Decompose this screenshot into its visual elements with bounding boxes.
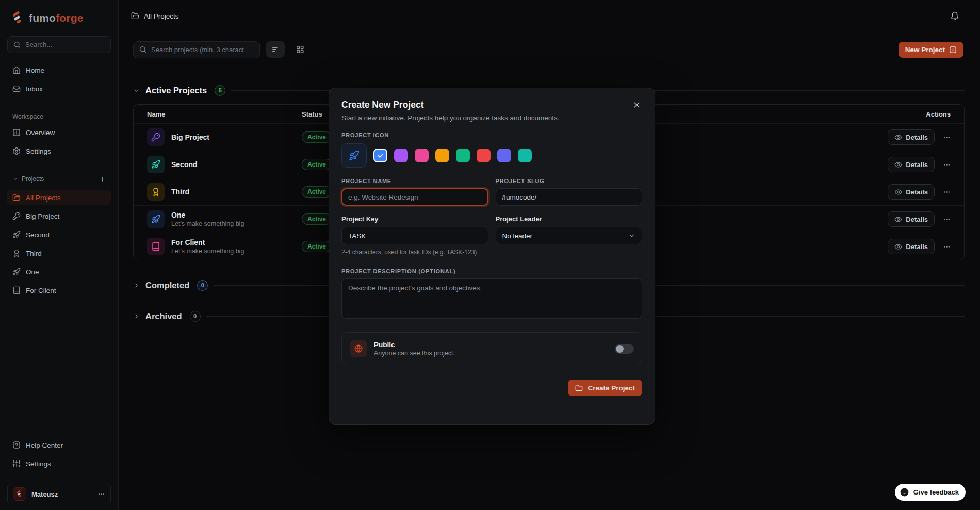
- create-project-button[interactable]: Create Project: [568, 380, 642, 396]
- sidebar-item-label: Second: [26, 231, 50, 239]
- project-name-field[interactable]: [341, 188, 488, 206]
- close-icon: [632, 101, 641, 109]
- details-button[interactable]: Details: [888, 239, 935, 254]
- avatar: [13, 487, 26, 501]
- project-description-input[interactable]: [341, 278, 642, 319]
- list-view-button[interactable]: [266, 41, 285, 58]
- public-title: Public: [374, 341, 455, 349]
- project-icon-box: [147, 156, 165, 173]
- ellipsis-icon: [943, 216, 951, 223]
- public-toggle[interactable]: [615, 344, 634, 354]
- flame-logo-icon: [16, 490, 23, 498]
- new-project-label: New Project: [905, 46, 945, 54]
- project-leader-select[interactable]: No leader: [496, 227, 643, 244]
- help-icon: [12, 441, 21, 449]
- details-button[interactable]: Details: [888, 211, 935, 227]
- details-button[interactable]: Details: [888, 184, 935, 200]
- details-button[interactable]: Details: [888, 129, 935, 145]
- details-button[interactable]: Details: [888, 157, 935, 172]
- row-menu-button[interactable]: [943, 188, 951, 196]
- breadcrumb[interactable]: All Projects: [131, 12, 179, 20]
- row-menu-button[interactable]: [943, 134, 951, 141]
- column-header-actions: Actions: [837, 110, 951, 118]
- project-subtitle: Let's make something big: [171, 248, 244, 255]
- user-menu[interactable]: Mateusz: [7, 483, 111, 505]
- bell-icon: [950, 11, 959, 21]
- rocket-icon: [151, 215, 160, 224]
- public-setting: Public Anyone can see this project.: [341, 332, 642, 365]
- projects-section-header[interactable]: Projects: [7, 175, 111, 183]
- sidebar-search-input[interactable]: [25, 41, 105, 48]
- new-project-button[interactable]: New Project: [899, 42, 963, 58]
- grid-view-button[interactable]: [291, 41, 309, 58]
- color-swatch-teal[interactable]: [518, 149, 532, 162]
- selected-project-icon[interactable]: [341, 143, 367, 168]
- count-badge: 0: [190, 311, 201, 322]
- project-slug-label: PROJECT SLUG: [496, 178, 643, 184]
- row-menu-button[interactable]: [943, 161, 951, 169]
- project-leader-value: No leader: [502, 232, 533, 240]
- project-key-input[interactable]: [348, 232, 482, 240]
- project-slug-field[interactable]: /fumocode/: [496, 188, 643, 206]
- row-menu-button[interactable]: [943, 243, 951, 251]
- sidebar-item-all-projects[interactable]: All Projects: [7, 190, 111, 205]
- sidebar-item-big-project[interactable]: Big Project: [7, 208, 111, 224]
- give-feedback-button[interactable]: Give feedback: [895, 484, 966, 501]
- home-icon: [12, 66, 21, 74]
- status-badge: Active: [302, 241, 332, 252]
- globe-icon: [354, 344, 363, 353]
- folder-open-icon: [131, 12, 139, 20]
- smiley-icon: [900, 487, 909, 497]
- sidebar-item-inbox[interactable]: Inbox: [7, 81, 111, 96]
- color-swatch-amber[interactable]: [435, 149, 449, 162]
- book-icon: [151, 242, 160, 251]
- sidebar-item-home[interactable]: Home: [7, 62, 111, 78]
- sidebar-item-one[interactable]: One: [7, 264, 111, 279]
- color-swatch-pink[interactable]: [415, 149, 429, 162]
- sidebar-item-for-client[interactable]: For Client: [7, 283, 111, 298]
- close-button[interactable]: [631, 100, 642, 110]
- toggle-knob: [616, 345, 624, 353]
- flame-logo-icon: [11, 10, 25, 26]
- color-swatch-purple[interactable]: [394, 149, 408, 162]
- projects-search-input[interactable]: [151, 46, 254, 54]
- bar-chart-icon: [12, 128, 21, 137]
- status-badge: Active: [302, 213, 332, 225]
- sidebar-item-help-center[interactable]: Help Center: [7, 437, 111, 453]
- sidebar-item-overview[interactable]: Overview: [7, 125, 111, 140]
- sidebar-item-label: Big Project: [26, 212, 59, 220]
- notifications-button[interactable]: [945, 6, 965, 26]
- color-swatch-blue[interactable]: [373, 149, 387, 162]
- count-badge: 0: [197, 280, 208, 291]
- sidebar-item-settings-bottom[interactable]: Settings: [7, 456, 111, 471]
- sidebar-search[interactable]: [7, 36, 111, 53]
- color-swatch-green[interactable]: [456, 149, 470, 162]
- icon-picker: [341, 143, 642, 168]
- eye-icon: [894, 216, 902, 223]
- add-project-icon[interactable]: [99, 176, 106, 183]
- project-key-field[interactable]: [341, 227, 488, 244]
- rocket-icon: [349, 150, 360, 161]
- ellipsis-icon[interactable]: [97, 490, 105, 498]
- award-icon: [12, 249, 21, 257]
- project-slug-input[interactable]: [547, 193, 635, 201]
- sidebar-item-third[interactable]: Third: [7, 245, 111, 261]
- projects-search[interactable]: [133, 41, 260, 58]
- chevron-right-icon: [133, 282, 140, 289]
- project-name-input[interactable]: [348, 193, 482, 201]
- section-title: Active Projects: [145, 86, 207, 95]
- row-menu-button[interactable]: [943, 216, 951, 223]
- sidebar-item-label: Help Center: [26, 441, 63, 449]
- count-badge: 5: [215, 85, 225, 96]
- ellipsis-icon: [943, 134, 951, 141]
- color-swatch-indigo[interactable]: [497, 149, 511, 162]
- breadcrumb-label: All Projects: [144, 12, 179, 20]
- sidebar-item-label: Settings: [26, 147, 51, 155]
- gear-icon: [12, 147, 21, 155]
- color-swatch-red[interactable]: [477, 149, 491, 162]
- sidebar-item-settings[interactable]: Settings: [7, 143, 111, 159]
- sidebar-item-label: All Projects: [26, 194, 61, 202]
- eye-icon: [894, 161, 902, 169]
- sidebar-item-second[interactable]: Second: [7, 227, 111, 242]
- folder-open-icon: [12, 193, 21, 202]
